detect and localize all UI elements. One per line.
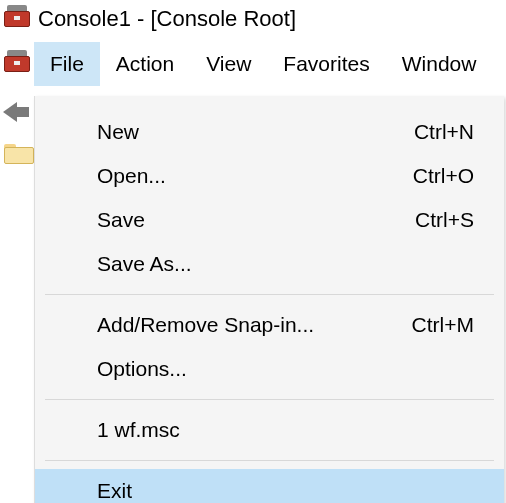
file-menu-open-shortcut: Ctrl+O (413, 164, 482, 188)
menu-separator (45, 399, 494, 400)
file-menu-open-label: Open... (97, 164, 413, 188)
file-menu-dropdown: New Ctrl+N Open... Ctrl+O Save Ctrl+S Sa… (34, 96, 504, 503)
file-menu-options[interactable]: Options... (35, 347, 504, 391)
menu-separator (45, 460, 494, 461)
file-menu-exit-label: Exit (97, 479, 482, 503)
menu-action-label: Action (116, 52, 174, 76)
toolbox-icon (4, 9, 30, 29)
menu-window-label: Window (402, 52, 477, 76)
file-menu-snapin-label: Add/Remove Snap-in... (97, 313, 412, 337)
window-title: Console1 - [Console Root] (38, 6, 296, 32)
menu-favorites-label: Favorites (283, 52, 369, 76)
menu-view[interactable]: View (190, 42, 267, 86)
menu-favorites[interactable]: Favorites (267, 42, 385, 86)
menu-separator (45, 294, 494, 295)
menu-action[interactable]: Action (100, 42, 190, 86)
toolbar-toolbox-icon (0, 54, 34, 74)
menu-bar-row: File Action View Favorites Window (0, 42, 506, 86)
file-menu-options-label: Options... (97, 357, 474, 381)
file-menu-new-label: New (97, 120, 414, 144)
file-menu-save-label: Save (97, 208, 415, 232)
file-menu-new-shortcut: Ctrl+N (414, 120, 482, 144)
file-menu-exit[interactable]: Exit (35, 469, 504, 503)
folder-icon (4, 142, 32, 162)
file-menu-snapin[interactable]: Add/Remove Snap-in... Ctrl+M (35, 303, 504, 347)
file-menu-save[interactable]: Save Ctrl+S (35, 198, 504, 242)
menu-window[interactable]: Window (386, 42, 493, 86)
back-button[interactable] (0, 94, 34, 122)
back-arrow-icon (3, 100, 31, 122)
file-menu-save-shortcut: Ctrl+S (415, 208, 482, 232)
title-bar: Console1 - [Console Root] (0, 0, 506, 42)
file-menu-new[interactable]: New Ctrl+N (35, 110, 504, 154)
file-menu-recent-1-label: 1 wf.msc (97, 418, 482, 442)
file-menu-saveas[interactable]: Save As... (35, 242, 504, 286)
file-menu-recent-1[interactable]: 1 wf.msc (35, 408, 504, 452)
menu-view-label: View (206, 52, 251, 76)
file-menu-open[interactable]: Open... Ctrl+O (35, 154, 504, 198)
file-menu-saveas-label: Save As... (97, 252, 474, 276)
menu-bar: File Action View Favorites Window (34, 42, 492, 86)
file-menu-snapin-shortcut: Ctrl+M (412, 313, 482, 337)
menu-file[interactable]: File (34, 42, 100, 86)
menu-file-label: File (50, 52, 84, 76)
